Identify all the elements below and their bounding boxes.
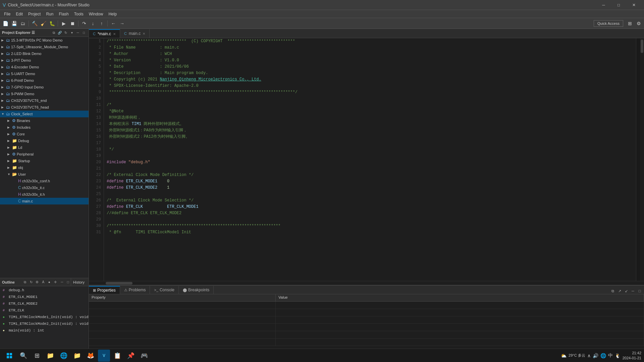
tree-item-user[interactable]: ▼ 📂 User	[0, 171, 89, 178]
tab-properties[interactable]: ⊞ Properties	[89, 286, 120, 294]
menu-run[interactable]: Run	[43, 11, 56, 17]
toolbar-perspective[interactable]: ⊞	[626, 19, 634, 27]
maximize-button[interactable]: □	[611, 0, 626, 10]
toolbar-save[interactable]: 💾	[10, 19, 18, 27]
menu-file[interactable]: File	[1, 11, 13, 17]
toolbar-stop[interactable]: ⏹	[68, 19, 76, 27]
toolbar-build[interactable]: 🔨	[31, 19, 39, 27]
tab-main-c[interactable]: C main.c ✕	[120, 29, 150, 38]
menu-flash[interactable]: Flash	[56, 11, 71, 17]
horizontal-scrollbar[interactable]	[89, 281, 644, 285]
toolbar-clean[interactable]: 🧹	[39, 19, 47, 27]
tree-item-ld[interactable]: ▶ 📁 Ld	[0, 144, 89, 151]
tree-item-obj[interactable]: ▶ 📁 obj	[0, 164, 89, 171]
bottom-action2[interactable]: ↗	[616, 288, 623, 294]
menu-edit[interactable]: Edit	[13, 11, 25, 17]
toolbar-run[interactable]: ▶	[60, 19, 68, 27]
toolbar-step-over[interactable]: ↷	[80, 19, 88, 27]
outline-item-debugh[interactable]: # debug.h	[0, 287, 89, 294]
outline-item-etrclk[interactable]: # ETR_CLK	[0, 307, 89, 314]
outline-minimize[interactable]: ─	[59, 280, 65, 285]
toolbar-back[interactable]: ←	[109, 19, 117, 27]
tree-item-conf[interactable]: ▶ H ch32v30x_conf.h	[0, 178, 89, 184]
minimize-panel-button[interactable]: ─	[75, 30, 80, 36]
outline-item-func1[interactable]: ● TIM1_ETRClockMode1_Init(void) : void	[0, 314, 89, 320]
network-icon[interactable]: 🌐	[600, 353, 606, 358]
maximize-panel-button[interactable]: □	[81, 30, 87, 36]
collapse-all-button[interactable]: ⧉	[51, 30, 56, 36]
toolbar-new[interactable]: 📄	[1, 19, 9, 27]
toolbar-save-all[interactable]: 🗂	[19, 19, 27, 27]
taskbar-firefox[interactable]: 🦊	[85, 350, 97, 362]
bottom-maximize[interactable]: □	[637, 288, 643, 294]
start-button[interactable]	[3, 350, 16, 361]
tree-item-mt9v03x[interactable]: ▶ 🗂 15.3-MT9V03x PC Mono Demo	[0, 37, 89, 44]
taskbar-app3[interactable]: 🎮	[138, 350, 150, 362]
outline-action3[interactable]: ⚙	[35, 280, 40, 285]
tab-breakpoints[interactable]: ⬤ Breakpoints	[179, 286, 214, 294]
outline-sort[interactable]: A	[41, 280, 46, 285]
menu-button[interactable]: ▾	[69, 30, 74, 36]
tree-item-led[interactable]: ▶ 🗂 2-LED Blink Demo	[0, 50, 89, 57]
tree-item-main-c[interactable]: ▶ C main.c	[0, 198, 89, 204]
volume-icon[interactable]: 🔊	[593, 353, 598, 358]
outline-maximize[interactable]: □	[65, 280, 71, 285]
tree-item-binaries[interactable]: ▶ ⚙ Binaries	[0, 117, 89, 124]
tab-close-button[interactable]: ✕	[143, 32, 145, 36]
taskbar-chrome[interactable]: 🌐	[58, 350, 70, 362]
bottom-action3[interactable]: ↙	[623, 288, 629, 294]
menu-project[interactable]: Project	[25, 11, 43, 17]
tree-item-it-c[interactable]: ▶ C ch32v30x_it.c	[0, 184, 89, 191]
bottom-minimize[interactable]: ─	[630, 288, 636, 294]
tree-item-uart[interactable]: ▶ 🗂 5-UART Demo	[0, 70, 89, 77]
code-content[interactable]: /******************************** (C) CO…	[104, 38, 636, 281]
taskbar-app2[interactable]: 📌	[125, 350, 137, 362]
vertical-scrollbar[interactable]	[640, 38, 644, 281]
outline-item-func2[interactable]: ● TIM1_ETRClockMode2_Init(void) : void	[0, 320, 89, 327]
toolbar-debug[interactable]: 🐛	[48, 19, 56, 27]
tree-item-pwm[interactable]: ▶ 🗂 9-PWM Demo	[0, 90, 89, 97]
taskbar-app1[interactable]: 📋	[111, 350, 123, 362]
tree-item-printf[interactable]: ▶ 🗂 6-Printf Demo	[0, 77, 89, 84]
outline-item-etr2[interactable]: # ETR_CLK_MODE2	[0, 300, 89, 307]
tab-main-c-modified[interactable]: C *main.c ✕	[89, 29, 120, 38]
tree-item-peripheral[interactable]: ▶ ⚙ Peripheral	[0, 151, 89, 158]
menu-window[interactable]: Window	[86, 11, 106, 17]
history-tab[interactable]: History	[71, 278, 87, 286]
tree-item-ultrasonic[interactable]: ▶ 🗂 17-Split_Ultrasonic_Module_Demo	[0, 44, 89, 50]
taskbar-task-view[interactable]: ⊞	[31, 350, 43, 362]
menu-help[interactable]: Help	[106, 11, 119, 17]
tray-clock[interactable]: 21:42 2024-01-21	[623, 351, 641, 360]
tab-close-button[interactable]: ✕	[113, 32, 116, 36]
taskbar-search[interactable]: 🔍	[17, 350, 30, 362]
outline-action2[interactable]: ↻	[29, 280, 34, 285]
close-button[interactable]: ✕	[626, 0, 641, 10]
menu-tools[interactable]: Tools	[71, 11, 86, 17]
tree-item-core[interactable]: ▶ ⚙ Core	[0, 131, 89, 137]
taskbar-mounriver[interactable]: V	[98, 350, 110, 362]
taskbar-explorer[interactable]: 📁	[44, 350, 56, 362]
tree-item-ch32end[interactable]: ▶ 🗂 CH32V307VCT6_end	[0, 97, 89, 104]
outline-action6[interactable]: ✛	[53, 280, 58, 285]
minimize-button[interactable]: ─	[596, 0, 611, 10]
tree-item-startup[interactable]: ▶ 📁 Startup	[0, 158, 89, 164]
outline-item-main[interactable]: ● main(void) : int	[0, 327, 89, 334]
tree-item-clock-select[interactable]: ▼ 🗂 Clock_Select	[0, 111, 89, 117]
bottom-action1[interactable]: ⧉	[610, 288, 616, 294]
expand-tray-icon[interactable]: ∧	[587, 353, 591, 358]
link-editor-button[interactable]: 🔗	[57, 30, 62, 36]
sync-button[interactable]: ↻	[63, 30, 68, 36]
tree-item-it-h[interactable]: ▶ H ch32v30x_it.h	[0, 191, 89, 198]
tree-item-debug[interactable]: ▶ 📁 Debug	[0, 137, 89, 144]
outline-item-etr1[interactable]: # ETR_CLK_MODE1	[0, 294, 89, 300]
tree-item-pit[interactable]: ▶ 🗂 3-PIT Demo	[0, 57, 89, 64]
input-method-icon[interactable]: 中	[608, 353, 613, 359]
tab-console[interactable]: >_ Console	[150, 286, 179, 294]
tab-problems[interactable]: ⚠ Problems	[120, 286, 150, 294]
outline-action5[interactable]: ●	[47, 280, 52, 285]
toolbar-settings[interactable]: ⚙	[635, 19, 643, 27]
taskbar-folder[interactable]: 📁	[71, 350, 83, 362]
toolbar-step-out[interactable]: ↑	[98, 19, 106, 27]
tree-item-encoder[interactable]: ▶ 🗂 4-Encoder Demo	[0, 64, 89, 70]
quick-access-button[interactable]: Quick Access	[594, 20, 623, 27]
